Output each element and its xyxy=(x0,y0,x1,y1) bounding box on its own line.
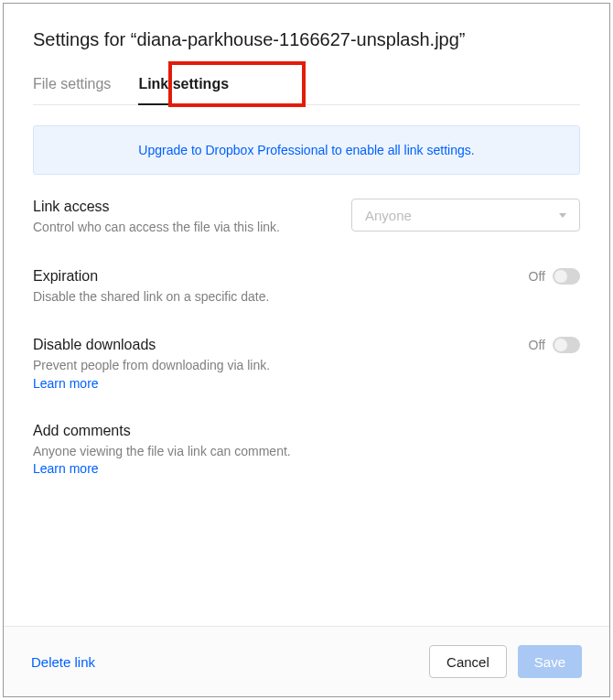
link-access-row: Link access Control who can access the f… xyxy=(33,199,580,237)
link-access-label: Link access xyxy=(33,199,280,215)
comments-learn-link[interactable]: Learn more xyxy=(33,461,99,476)
downloads-toggle-label: Off xyxy=(529,338,545,352)
modal-title: Settings for “diana-parkhouse-1166627-un… xyxy=(33,29,580,50)
link-access-select[interactable]: Anyone xyxy=(351,199,580,232)
tabs: File settings Link settings xyxy=(33,76,580,105)
downloads-toggle[interactable] xyxy=(553,337,580,353)
downloads-text: Disable downloads Prevent people from do… xyxy=(33,337,270,392)
downloads-label: Disable downloads xyxy=(33,337,270,353)
comments-desc-text: Anyone viewing the file via link can com… xyxy=(33,444,291,458)
comments-text: Add comments Anyone viewing the file via… xyxy=(33,423,326,479)
downloads-row: Disable downloads Prevent people from do… xyxy=(33,337,580,392)
modal-content: Settings for “diana-parkhouse-1166627-un… xyxy=(4,4,609,626)
upgrade-banner[interactable]: Upgrade to Dropbox Professional to enabl… xyxy=(33,125,580,175)
toggle-knob-icon xyxy=(554,339,567,351)
save-button[interactable]: Save xyxy=(518,645,582,678)
downloads-toggle-wrap: Off xyxy=(529,337,580,353)
cancel-button[interactable]: Cancel xyxy=(429,645,507,678)
settings-modal: Settings for “diana-parkhouse-1166627-un… xyxy=(3,3,610,697)
downloads-desc: Prevent people from downloading via link… xyxy=(33,357,270,375)
expiration-toggle[interactable] xyxy=(553,268,580,285)
expiration-label: Expiration xyxy=(33,268,269,285)
expiration-row: Expiration Disable the shared link on a … xyxy=(33,268,580,307)
toggle-knob-icon xyxy=(554,270,567,283)
link-access-text: Link access Control who can access the f… xyxy=(33,199,280,237)
modal-footer: Delete link Cancel Save xyxy=(4,626,609,696)
link-access-desc: Control who can access the file via this… xyxy=(33,219,280,237)
expiration-desc: Disable the shared link on a specific da… xyxy=(33,288,269,307)
footer-buttons: Cancel Save xyxy=(429,645,582,678)
tab-link-settings[interactable]: Link settings xyxy=(138,76,229,105)
expiration-toggle-wrap: Off xyxy=(529,268,580,285)
chevron-down-icon xyxy=(559,213,566,218)
comments-row: Add comments Anyone viewing the file via… xyxy=(33,423,580,479)
comments-label: Add comments xyxy=(33,423,326,439)
expiration-toggle-label: Off xyxy=(529,269,545,284)
link-access-selected: Anyone xyxy=(365,208,412,223)
comments-desc: Anyone viewing the file via link can com… xyxy=(33,443,326,479)
delete-link[interactable]: Delete link xyxy=(31,654,95,670)
expiration-text: Expiration Disable the shared link on a … xyxy=(33,268,269,307)
settings-section: Link access Control who can access the f… xyxy=(33,199,580,510)
tab-file-settings[interactable]: File settings xyxy=(33,76,111,104)
downloads-learn-link[interactable]: Learn more xyxy=(33,376,99,391)
